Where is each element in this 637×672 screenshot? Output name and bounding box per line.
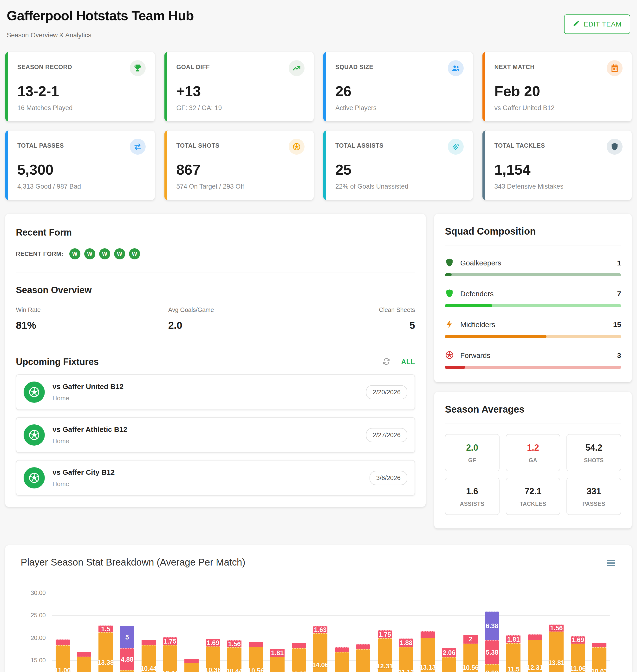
bar-segment-good_shot: 1.56 bbox=[549, 624, 564, 632]
stacked-bar-sheye-peppard[interactable]: 3.062.3113.13 bbox=[421, 631, 435, 672]
bar-segment-value: 12.44 bbox=[162, 670, 178, 672]
fixture-row[interactable]: vs Gaffer United B12Home2/20/2026 bbox=[16, 374, 415, 410]
bar-segment-value: 3.69 bbox=[486, 669, 498, 672]
stacked-bar-trent-arnoldd[interactable]: 2.562.698.942.06 bbox=[442, 648, 456, 672]
fixtures-all-link[interactable]: ALL bbox=[401, 358, 415, 366]
stacked-bar-clint-dempseah[interactable]: 2.51.568.88 bbox=[184, 659, 199, 672]
stacked-bar-lincoln-orozco[interactable]: 3.382.3810.63 bbox=[592, 643, 606, 672]
bar-segment-value: 1.5 bbox=[101, 625, 110, 633]
stacked-bar-jude-bellingam[interactable]: 2.753.3112.311.75 bbox=[378, 630, 392, 672]
bar-segment-value: 1.69 bbox=[206, 639, 219, 647]
stat-card-sub: vs Gaffer United B12 bbox=[494, 104, 623, 112]
page-title: Gafferpool Hotstats Team Hub bbox=[7, 8, 194, 23]
stacked-bar-devin-beckham[interactable]: 2.312.511.38 bbox=[292, 643, 306, 672]
stacked-bar-kevin-debruin[interactable]: 3.312.6310.441.56 bbox=[227, 640, 241, 672]
stacked-bar-karim-benzehmar[interactable]: 2.51.9412.441.75 bbox=[163, 637, 177, 672]
bar-segment-value: 11.06 bbox=[570, 665, 586, 672]
refresh-icon[interactable] bbox=[382, 357, 390, 367]
squad-row-fill bbox=[445, 304, 492, 307]
stacked-bar-virgil-vandijkk[interactable]: 3.192.8813.811.56 bbox=[549, 624, 564, 672]
squad-composition-heading: Squad Composition bbox=[445, 226, 621, 245]
fixture-row[interactable]: vs Gaffer Athletic B12Home2/27/2026 bbox=[16, 417, 415, 453]
stacked-bar-stefan-gerrard[interactable]: 2.193.2514.061.63 bbox=[313, 626, 327, 672]
stat-card-value: 5,300 bbox=[17, 161, 146, 178]
soccer-ball-icon bbox=[23, 467, 45, 489]
stacked-bar-cristyan-rinalda[interactable]: 2.882.4411.131.88 bbox=[399, 638, 413, 672]
stat-card-goal-diff: GOAL DIFF+13GF: 32 / GA: 19 bbox=[164, 52, 314, 121]
stat-card-label: TOTAL SHOTS bbox=[177, 142, 220, 149]
chart-menu-icon[interactable] bbox=[605, 557, 617, 569]
fixture-row[interactable]: vs Gaffer City B12Home3/6/2026 bbox=[16, 460, 415, 496]
chart-title: Player Season Stat Breakdown (Average Pe… bbox=[16, 557, 245, 568]
shield-icon bbox=[445, 258, 460, 268]
bar-segment-value: 13.81 bbox=[548, 659, 565, 667]
form-result-badge: W bbox=[84, 248, 95, 260]
bar-segment-long_distribution: 4.88 bbox=[120, 648, 134, 670]
squad-row-track bbox=[445, 273, 621, 276]
bar-segment-value: 11.06 bbox=[355, 671, 371, 672]
form-badges: WWWWW bbox=[69, 248, 140, 260]
stacked-bar-harry-kanee[interactable]: 3.752.6910.44 bbox=[142, 640, 156, 672]
bar-segment-good_pass: 9.69 bbox=[335, 652, 349, 672]
bar-segment-good_shot: 1.69 bbox=[571, 636, 585, 644]
bar-segment-good_pass: 13.38 bbox=[98, 632, 113, 672]
bar-segment-good_pass: 10.25 bbox=[77, 657, 91, 672]
bar-segment-good_pass: 10.63 bbox=[592, 647, 606, 672]
bar-segment-good_pass: 10.56 bbox=[249, 647, 263, 672]
stacked-bar-ney-marjunior[interactable]: 3.52.6311.061.69 bbox=[571, 636, 585, 672]
bar-segment-value: 10.56 bbox=[462, 664, 479, 671]
trend-up-icon bbox=[289, 60, 305, 76]
assist-hands-icon bbox=[448, 139, 464, 155]
stacked-bar-mo-salahh[interactable]: 2.251.8110.25 bbox=[77, 652, 91, 672]
bar-segment-value: 10.44 bbox=[226, 667, 243, 672]
squad-row-midfielders: Midfielders15 bbox=[445, 320, 621, 338]
stacked-bar-thiago-silvah[interactable]: 3.53.1310.562 bbox=[463, 635, 478, 672]
stat-card-value: 26 bbox=[335, 83, 464, 100]
overview-stat-clean-sheets: Clean Sheets5 bbox=[292, 306, 415, 331]
fixture-opponent: vs Gaffer United B12 bbox=[53, 383, 124, 391]
bar-segment-good_pass: 12.31 bbox=[378, 638, 392, 672]
stacked-bar-gino-gard[interactable]: 3.881.812.813.695.386.38 bbox=[485, 612, 499, 672]
squad-row-fill bbox=[445, 366, 465, 369]
fixture-venue: Home bbox=[53, 394, 124, 402]
stat-card-sub: 22% of Goals Unassisted bbox=[335, 183, 464, 190]
stat-card-total-tackles: TOTAL TACKLES1,154343 Defensive Mistakes bbox=[483, 130, 632, 200]
bar-segment-value: 1.81 bbox=[507, 636, 520, 643]
bar-segment-good_shot bbox=[77, 652, 91, 657]
form-result-badge: W bbox=[99, 248, 110, 260]
fixture-opponent: vs Gaffer Athletic B12 bbox=[53, 425, 127, 434]
bar-segment-good_pass: 14.06 bbox=[313, 633, 327, 672]
bar-segment-good_pass: 13.81 bbox=[549, 632, 564, 672]
bar-segment-good_shot bbox=[335, 647, 349, 652]
bar-segment-value: 1.75 bbox=[164, 638, 177, 645]
stacked-bar-jim-howard[interactable]: 3.132.383.564.885 bbox=[120, 626, 134, 672]
bar-segment-value: 5.38 bbox=[486, 649, 498, 656]
bar-segment-good_shot bbox=[184, 659, 199, 662]
bar-segment-good_shot: 1.75 bbox=[163, 637, 177, 645]
edit-team-button[interactable]: EDIT TEAM bbox=[564, 15, 630, 34]
stacked-bar-marcelo-alves[interactable]: 3.562.1911.06 bbox=[56, 639, 70, 672]
calendar-icon bbox=[607, 60, 622, 76]
season-averages-panel: Season Averages 2.0GF1.2GA54.2SHOTS1.6AS… bbox=[434, 392, 632, 528]
stacked-bar-kil-yan-mbappeh[interactable]: 3.52.6910.381.69 bbox=[206, 639, 220, 672]
bar-segment-good_shot bbox=[528, 634, 542, 640]
stacked-bar-paul-maldini[interactable]: 3.632.3110.56 bbox=[249, 642, 263, 672]
stacked-bar-sonny-heunmin[interactable]: 3.132.59.69 bbox=[335, 647, 349, 672]
bar-segment-value: 1.69 bbox=[571, 636, 584, 644]
stacked-bar-luka-modritch[interactable]: 1.812.2510.191.81 bbox=[270, 649, 285, 672]
bar-segment-good_pass: 11.06 bbox=[356, 649, 370, 672]
squad-row-fill bbox=[445, 273, 452, 276]
bar-segment-good_shot: 2.06 bbox=[442, 648, 456, 657]
bar-segment-good_shot: 2 bbox=[463, 635, 478, 643]
stacked-bar-sergio-bousquets[interactable]: 2.632.2511.06 bbox=[356, 644, 370, 672]
average-cell-shots: 54.2SHOTS bbox=[566, 434, 621, 471]
bar-segment-value: 10.44 bbox=[140, 665, 157, 672]
stacked-bar-erling-halandt[interactable]: 3.062.6911.51.81 bbox=[506, 635, 521, 672]
fixture-date-badge: 3/6/2026 bbox=[369, 471, 407, 485]
squad-row-goalkeepers: Goalkeepers1 bbox=[445, 258, 621, 276]
stacked-bar-andy-pirlo[interactable]: 3.752.5613.381.5 bbox=[98, 625, 113, 672]
stat-card-total-passes: TOTAL PASSES5,3004,313 Good / 987 Bad bbox=[5, 130, 155, 200]
bar-segment-long_distribution: 5.38 bbox=[485, 640, 499, 664]
season-averages-heading: Season Averages bbox=[445, 404, 621, 423]
stacked-bar-leo-mesi[interactable]: 3.442.3112.31 bbox=[528, 634, 542, 672]
